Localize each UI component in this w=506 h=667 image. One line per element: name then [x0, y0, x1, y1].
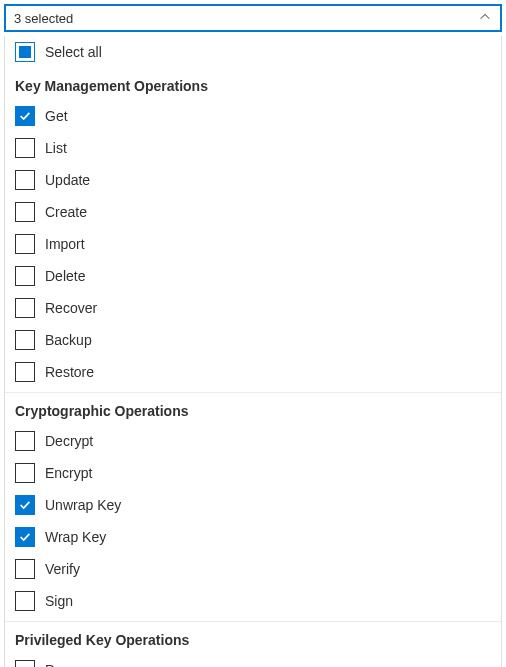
option-label: Decrypt	[45, 433, 93, 449]
option-label: Sign	[45, 593, 73, 609]
option-checkbox[interactable]	[15, 660, 35, 667]
option-checkbox[interactable]	[15, 202, 35, 222]
option-checkbox[interactable]	[15, 106, 35, 126]
option-label: Get	[45, 108, 68, 124]
option-label: Encrypt	[45, 465, 92, 481]
option-checkbox[interactable]	[15, 266, 35, 286]
dropdown-summary: 3 selected	[14, 11, 73, 26]
option-label: Create	[45, 204, 87, 220]
option-row[interactable]: Decrypt	[5, 425, 501, 457]
option-row[interactable]: Get	[5, 100, 501, 132]
option-checkbox[interactable]	[15, 138, 35, 158]
option-label: Delete	[45, 268, 85, 284]
option-label: List	[45, 140, 67, 156]
option-row[interactable]: Update	[5, 164, 501, 196]
option-label: Backup	[45, 332, 92, 348]
option-checkbox[interactable]	[15, 591, 35, 611]
option-checkbox[interactable]	[15, 330, 35, 350]
option-checkbox[interactable]	[15, 298, 35, 318]
options-panel: Select all Key Management OperationsGetL…	[4, 36, 502, 667]
option-row[interactable]: Recover	[5, 292, 501, 324]
option-label: Verify	[45, 561, 80, 577]
option-checkbox[interactable]	[15, 431, 35, 451]
dropdown-header[interactable]: 3 selected	[4, 4, 502, 32]
option-label: Restore	[45, 364, 94, 380]
select-all-row[interactable]: Select all	[5, 36, 501, 68]
option-checkbox[interactable]	[15, 559, 35, 579]
option-label: Unwrap Key	[45, 497, 121, 513]
option-checkbox[interactable]	[15, 170, 35, 190]
option-checkbox[interactable]	[15, 495, 35, 515]
option-row[interactable]: Create	[5, 196, 501, 228]
option-checkbox[interactable]	[15, 527, 35, 547]
option-checkbox[interactable]	[15, 463, 35, 483]
option-row[interactable]: Purge	[5, 654, 501, 667]
option-row[interactable]: List	[5, 132, 501, 164]
option-row[interactable]: Backup	[5, 324, 501, 356]
select-all-checkbox[interactable]	[15, 42, 35, 62]
option-label: Recover	[45, 300, 97, 316]
option-row[interactable]: Wrap Key	[5, 521, 501, 553]
option-label: Update	[45, 172, 90, 188]
group-header: Privileged Key Operations	[5, 622, 501, 654]
option-row[interactable]: Import	[5, 228, 501, 260]
option-row[interactable]: Restore	[5, 356, 501, 388]
group-header: Key Management Operations	[5, 68, 501, 100]
option-label: Import	[45, 236, 85, 252]
option-label: Purge	[45, 662, 82, 667]
group-header: Cryptographic Operations	[5, 393, 501, 425]
option-row[interactable]: Delete	[5, 260, 501, 292]
option-label: Wrap Key	[45, 529, 106, 545]
option-checkbox[interactable]	[15, 362, 35, 382]
option-row[interactable]: Encrypt	[5, 457, 501, 489]
option-row[interactable]: Unwrap Key	[5, 489, 501, 521]
option-checkbox[interactable]	[15, 234, 35, 254]
select-all-label: Select all	[45, 44, 102, 60]
option-row[interactable]: Sign	[5, 585, 501, 617]
option-row[interactable]: Verify	[5, 553, 501, 585]
chevron-up-icon	[478, 10, 492, 27]
